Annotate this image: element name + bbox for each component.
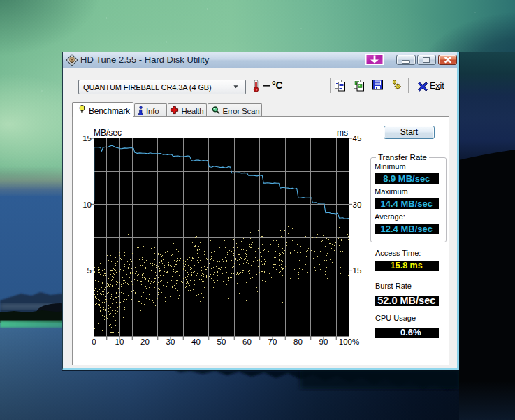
svg-text:45: 45 <box>353 134 362 143</box>
svg-text:MB/sec: MB/sec <box>94 128 122 138</box>
svg-text:15: 15 <box>353 266 362 275</box>
svg-text:30: 30 <box>166 337 175 345</box>
svg-text:30: 30 <box>353 200 362 208</box>
svg-text:ms: ms <box>337 128 348 138</box>
svg-text:20: 20 <box>140 337 150 345</box>
svg-text:90: 90 <box>319 337 328 345</box>
svg-text:70: 70 <box>268 337 277 345</box>
svg-text:10: 10 <box>82 200 92 208</box>
svg-text:40: 40 <box>191 337 201 345</box>
svg-text:0: 0 <box>92 337 96 345</box>
svg-text:60: 60 <box>242 337 252 345</box>
svg-text:80: 80 <box>293 337 303 345</box>
svg-text:5: 5 <box>87 266 92 275</box>
svg-text:50: 50 <box>217 337 226 345</box>
svg-text:100%: 100% <box>339 337 359 345</box>
svg-text:10: 10 <box>115 337 124 345</box>
svg-text:15: 15 <box>82 134 92 143</box>
